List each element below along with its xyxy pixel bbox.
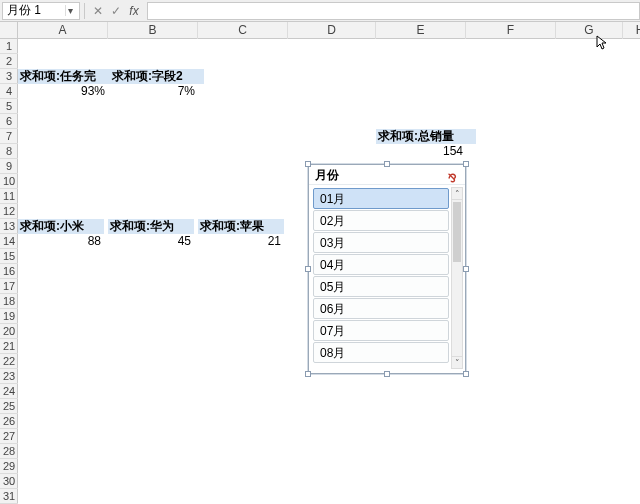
row-header[interactable]: 6: [0, 114, 18, 129]
row-header[interactable]: 10: [0, 174, 18, 189]
separator: [84, 3, 85, 19]
row-header[interactable]: 26: [0, 414, 18, 429]
row-header[interactable]: 31: [0, 489, 18, 504]
spreadsheet-grid: ABCDEFGH 1234567891011121314151617181920…: [0, 22, 640, 504]
row-header[interactable]: 23: [0, 369, 18, 384]
slicer-body: 01月02月03月04月05月06月07月08月: [313, 187, 449, 369]
row-header[interactable]: 8: [0, 144, 18, 159]
row-header[interactable]: 2: [0, 54, 18, 69]
scroll-down-icon[interactable]: ˅: [452, 356, 462, 368]
slicer-title: 月份: [315, 165, 339, 185]
column-header[interactable]: F: [466, 22, 556, 39]
column-header[interactable]: A: [18, 22, 108, 39]
cancel-button[interactable]: ✕: [89, 3, 107, 19]
row-header[interactable]: 14: [0, 234, 18, 249]
row-header[interactable]: 18: [0, 294, 18, 309]
row-header[interactable]: 16: [0, 264, 18, 279]
scroll-up-icon[interactable]: ˄: [452, 188, 462, 200]
slicer-item[interactable]: 07月: [313, 320, 449, 341]
row-header[interactable]: 13: [0, 219, 18, 234]
column-header[interactable]: B: [108, 22, 198, 39]
slicer-item[interactable]: 01月: [313, 188, 449, 209]
pivot-value: 45: [108, 234, 194, 249]
row-header[interactable]: 12: [0, 204, 18, 219]
slicer[interactable]: 月份 ⅋ 01月02月03月04月05月06月07月08月 ˄ ˅: [308, 164, 466, 374]
row-header[interactable]: 27: [0, 429, 18, 444]
slicer-item[interactable]: 03月: [313, 232, 449, 253]
row-header[interactable]: 28: [0, 444, 18, 459]
row-headers: 1234567891011121314151617181920212223242…: [0, 39, 18, 504]
pivot-header: 求和项:小米: [18, 219, 104, 234]
column-header[interactable]: C: [198, 22, 288, 39]
pivot-header: 求和项:总销量: [376, 129, 476, 144]
select-all-corner[interactable]: [0, 22, 18, 39]
row-header[interactable]: 4: [0, 84, 18, 99]
slicer-item[interactable]: 02月: [313, 210, 449, 231]
column-header[interactable]: G: [556, 22, 623, 39]
row-header[interactable]: 1: [0, 39, 18, 54]
slicer-item[interactable]: 06月: [313, 298, 449, 319]
row-header[interactable]: 5: [0, 99, 18, 114]
row-header[interactable]: 21: [0, 339, 18, 354]
slicer-item[interactable]: 04月: [313, 254, 449, 275]
formula-input[interactable]: [147, 2, 640, 20]
cells-area[interactable]: 求和项:任务完 求和项:字段2 93% 7% 求和项:总销量 154 求和项:小…: [18, 39, 640, 504]
row-header[interactable]: 19: [0, 309, 18, 324]
row-header[interactable]: 15: [0, 249, 18, 264]
name-box-dropdown-icon[interactable]: ▾: [65, 5, 75, 16]
pivot-value: 88: [18, 234, 104, 249]
name-box-value: 月份 1: [7, 2, 41, 19]
row-header[interactable]: 3: [0, 69, 18, 84]
pivot-value: 93%: [18, 84, 108, 99]
row-header[interactable]: 30: [0, 474, 18, 489]
slicer-item[interactable]: 08月: [313, 342, 449, 363]
row-header[interactable]: 24: [0, 384, 18, 399]
name-box[interactable]: 月份 1 ▾: [2, 2, 80, 20]
column-headers: ABCDEFGH: [18, 22, 640, 39]
slicer-item[interactable]: 05月: [313, 276, 449, 297]
row-header[interactable]: 9: [0, 159, 18, 174]
row-header[interactable]: 22: [0, 354, 18, 369]
slicer-title-bar[interactable]: 月份 ⅋: [309, 165, 465, 185]
fx-button[interactable]: fx: [125, 3, 143, 19]
pivot-value: 21: [198, 234, 284, 249]
row-header[interactable]: 17: [0, 279, 18, 294]
column-header[interactable]: E: [376, 22, 466, 39]
slicer-scrollbar[interactable]: ˄ ˅: [451, 187, 463, 369]
column-header[interactable]: H: [623, 22, 640, 39]
pivot-header: 求和项:华为: [108, 219, 194, 234]
pivot-header: 求和项:苹果: [198, 219, 284, 234]
confirm-button[interactable]: ✓: [107, 3, 125, 19]
pivot-value: 7%: [108, 84, 198, 99]
row-header[interactable]: 29: [0, 459, 18, 474]
row-header[interactable]: 11: [0, 189, 18, 204]
row-header[interactable]: 7: [0, 129, 18, 144]
pivot-header: 求和项:任务完: [18, 69, 110, 84]
pivot-value: 154: [376, 144, 466, 159]
row-header[interactable]: 20: [0, 324, 18, 339]
column-header[interactable]: D: [288, 22, 376, 39]
pivot-header: 求和项:字段2: [110, 69, 204, 84]
clear-filter-icon[interactable]: ⅋: [445, 168, 459, 182]
formula-bar: 月份 1 ▾ ✕ ✓ fx: [0, 0, 640, 22]
row-header[interactable]: 25: [0, 399, 18, 414]
scroll-thumb[interactable]: [453, 202, 461, 262]
